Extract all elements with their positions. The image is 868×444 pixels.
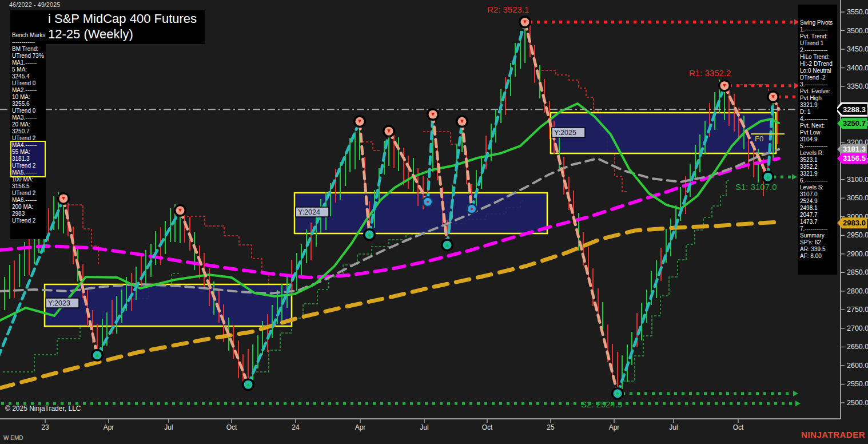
benchmarks-panel-line: 3181.3 — [12, 156, 44, 162]
benchmarks-panel-line: BM Trend: — [12, 46, 44, 53]
chart-window: R2: 3523.1R1: 3352.2S1: 3107.0S2: 2524.9… — [0, 0, 868, 444]
benchmarks-panel[interactable]: Bench Marks------------BM Trend:UTrend 7… — [10, 10, 46, 239]
swing-pivots-panel-line: 3523.1 — [800, 157, 835, 164]
time-axis-tick-label[interactable]: Apr — [355, 423, 366, 431]
price-axis-tick-label[interactable]: 2600.0 — [847, 362, 868, 370]
swing-pivots-panel-line: 2047.7 — [800, 212, 835, 219]
price-axis-tick-label[interactable]: 2650.0 — [847, 343, 868, 351]
chart-title-line1: i S&P MidCap 400 Futures — [48, 11, 197, 26]
benchmarks-panel-line: 10 MA: — [12, 94, 44, 101]
swing-pivots-panel-line: 4.------------ — [800, 116, 835, 122]
level-label: S2: 2524.9 — [581, 399, 623, 409]
benchmarks-panel-line: 55 MA: — [12, 149, 44, 156]
swing-pivots-panel-line: Lo:0 Neutral — [800, 68, 835, 74]
price-axis-tick-label[interactable]: 3350.0 — [847, 82, 868, 90]
benchmarks-panel-line: 5 MA: — [12, 66, 44, 73]
price-axis-tick-label[interactable]: 2850.0 — [847, 268, 868, 276]
price-badge-label: 2983.0 — [843, 219, 866, 227]
swing-up-line — [428, 114, 433, 202]
time-axis-tick-label[interactable]: 25 — [547, 423, 555, 431]
year-range-box — [294, 193, 547, 233]
time-axis-tick-label[interactable]: Jul — [420, 423, 428, 431]
time-axis-tick-label[interactable]: 24 — [292, 423, 300, 431]
price-axis-tick-label[interactable]: 2550.0 — [847, 380, 868, 388]
benchmarks-panel-line: UTrend 2 — [12, 190, 44, 197]
price-axis-tick-label[interactable]: 2900.0 — [847, 250, 868, 258]
swing-up-line — [97, 211, 180, 355]
f0-label: F0 — [755, 134, 763, 143]
benchmarks-panel-line: 20 MA: — [12, 121, 44, 128]
swing-pivots-panel-line: Swing Pivots — [800, 19, 835, 26]
benchmarks-panel-line: MA6.------ — [12, 197, 44, 204]
benchmarks-panel-line: MA4.------ — [12, 142, 44, 149]
time-axis-tick-label[interactable]: Oct — [482, 423, 493, 431]
price-badge-label: 3288.3 — [843, 105, 866, 114]
benchmarks-panel-line: MA5.------ — [12, 169, 44, 176]
benchmarks-panel-line: UTrend 2 — [12, 162, 44, 169]
visible-range-label: 46/2022 - 49/2025 — [9, 1, 60, 8]
benchmarks-panel-line: Bench Marks — [12, 32, 44, 39]
swing-pivots-panel-line: Pvt. Trend: — [800, 33, 835, 40]
swing-pivots-panel-line: 2.------------ — [800, 47, 835, 54]
benchmarks-panel-line: 2983 — [12, 211, 44, 217]
swing-pivots-panel-line: Pvt Low — [800, 129, 835, 136]
level-arrow-icon — [793, 391, 798, 397]
price-axis-tick-label[interactable]: 3100.0 — [847, 176, 868, 184]
swing-pivots-panel-line: AF: 8.00 — [800, 253, 835, 260]
level-arrow-icon — [795, 401, 801, 406]
swing-pivots-panel-line: 1473.7 — [800, 219, 835, 225]
time-axis-tick-label[interactable]: Oct — [733, 423, 744, 431]
benchmarks-panel-line: 3255.6 — [12, 101, 44, 108]
benchmarks-panel-line: 200 MA: — [12, 204, 44, 211]
year-box-label: Y:2024 — [298, 208, 320, 216]
minor-pivot-low-glyph-icon — [471, 208, 473, 210]
trailing-stop-down-line — [362, 142, 380, 150]
benchmarks-panel-line: UTrend 2 — [12, 135, 44, 142]
benchmarks-panel-line: 100 MA: — [12, 176, 44, 183]
swing-pivots-panel-line: DTrend -2 — [800, 74, 835, 81]
swing-pivots-panel-line: 3.------------ — [800, 81, 835, 88]
swing-pivots-panel-line: Pvt. Next: — [800, 122, 835, 129]
swing-pivots-panel-line: Hi:-2 DTrend — [800, 61, 835, 68]
level-label: R1: 3352.2 — [689, 68, 731, 78]
price-axis-tick-label[interactable]: 3400.0 — [847, 64, 868, 72]
benchmarks-panel-line: ------------ — [12, 39, 44, 46]
time-axis-tick-label[interactable]: Apr — [609, 423, 620, 431]
benchmarks-panel-line: UTrend 2 — [12, 217, 44, 224]
swing-pivots-panel-line: 3352.2 — [800, 164, 835, 171]
time-axis-tick-label[interactable]: Apr — [103, 423, 114, 431]
swing-pivots-panel-line: 3321.9 — [800, 171, 835, 177]
swing-pivots-panel-line: 3321.9 — [800, 102, 835, 109]
trailing-stop-up-line — [623, 180, 731, 381]
benchmarks-panel-line: UTrend 0 — [12, 80, 44, 87]
price-axis-tick-label[interactable]: 3450.0 — [847, 45, 868, 53]
swing-pivots-panel-line: Summary — [800, 232, 835, 239]
swing-pivots-panel-line: UTrend 1 — [800, 40, 835, 47]
time-axis-tick-label[interactable]: 23 — [41, 423, 49, 431]
swing-pivots-panel-line: Pvt High — [800, 95, 835, 102]
swing-down-line — [389, 131, 428, 202]
swing-pivots-panel-line: 6.------------ — [800, 177, 835, 184]
copyright-label: © 2025 NinjaTrader, LLC — [5, 405, 81, 413]
price-axis-tick-label[interactable]: 2750.0 — [847, 306, 868, 314]
time-axis-tick-label[interactable]: Jul — [164, 423, 173, 431]
price-badge-label: 3156.5 — [843, 154, 866, 162]
price-chart-canvas[interactable]: R2: 3523.1R1: 3352.2S1: 3107.0S2: 2524.9… — [0, 0, 868, 444]
price-axis-tick-label[interactable]: 2800.0 — [847, 287, 868, 295]
time-axis-tick-label[interactable]: Jul — [669, 423, 678, 431]
price-axis-tick-label[interactable]: 2700.0 — [847, 324, 868, 332]
series-tag-label: W EMD — [3, 435, 23, 441]
price-axis-tick-label[interactable]: 2500.0 — [847, 399, 868, 407]
time-axis-tick-label[interactable]: Oct — [226, 423, 237, 431]
price-axis-tick-label[interactable]: 3050.0 — [847, 194, 868, 202]
price-axis-tick-label[interactable]: 2950.0 — [847, 231, 868, 239]
benchmarks-panel-line: 3156.5 — [12, 183, 44, 190]
level-label: R2: 3523.1 — [487, 5, 529, 14]
swing-pivots-panel[interactable]: Swing Pivots1.------------Pvt. Trend:UTr… — [798, 5, 837, 275]
price-badge-label: 3250.7 — [843, 119, 866, 128]
swing-pivots-panel-line: 1.------------ — [800, 26, 835, 33]
benchmarks-panel-line: MA2.------ — [12, 87, 44, 94]
year-box-label: Y:2023 — [48, 299, 70, 307]
price-axis-tick-label[interactable]: 3550.0 — [847, 8, 868, 16]
price-axis-tick-label[interactable]: 3500.0 — [847, 27, 868, 35]
